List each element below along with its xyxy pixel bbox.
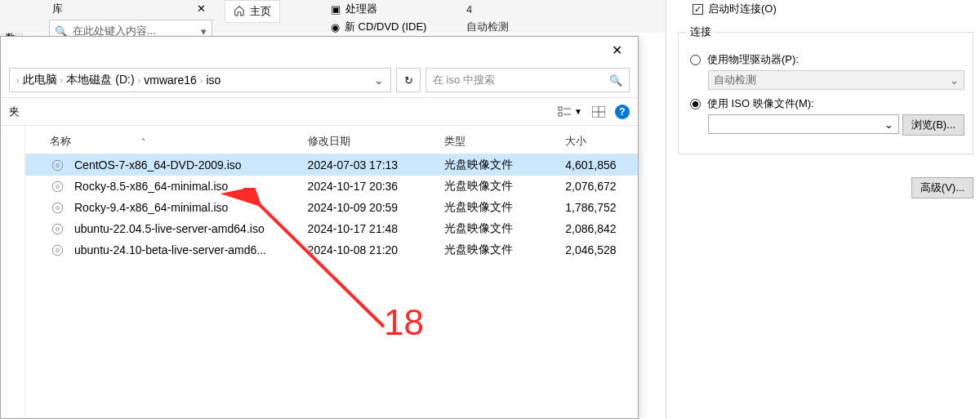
advanced-button[interactable]: 高级(V)... xyxy=(911,177,973,198)
disc-file-icon xyxy=(50,158,65,172)
chevron-right-icon: › xyxy=(16,75,20,85)
svg-point-8 xyxy=(56,163,59,167)
file-date: 2024-10-17 20:36 xyxy=(308,180,445,193)
svg-rect-0 xyxy=(559,107,562,110)
svg-point-7 xyxy=(52,160,63,171)
cd-value: 自动检测 xyxy=(466,20,509,34)
svg-point-9 xyxy=(52,181,63,192)
file-date: 2024-10-09 20:59 xyxy=(308,201,445,214)
browse-button[interactable]: 浏览(B)... xyxy=(902,114,964,136)
disc-icon: ◉ xyxy=(331,21,340,33)
cpu-value: 4 xyxy=(466,3,472,16)
checkbox-icon: ✓ xyxy=(693,4,703,15)
chevron-down-icon: ⌄ xyxy=(950,74,959,87)
crumb-drive[interactable]: 本地磁盘 (D:) xyxy=(66,73,134,87)
cpu-icon: ▣ xyxy=(331,3,341,16)
file-type: 光盘映像文件 xyxy=(444,179,565,194)
cpu-label: 处理器 xyxy=(345,2,377,16)
file-date: 2024-10-17 21:48 xyxy=(308,222,445,235)
file-size: 2,086,842 xyxy=(565,222,638,235)
home-tab[interactable]: 主页 xyxy=(225,0,280,23)
close-button[interactable]: ✕ xyxy=(604,37,630,63)
grid-icon xyxy=(592,106,605,118)
physical-drive-combo: 自动检测 ⌄ xyxy=(708,70,964,90)
dialog-titlebar: ✕ xyxy=(1,37,638,63)
library-close-icon[interactable]: ✕ xyxy=(194,2,209,16)
svg-point-12 xyxy=(56,206,59,209)
preview-pane-button[interactable] xyxy=(592,106,605,118)
dialog-search-input[interactable]: 在 iso 中搜索 🔍 xyxy=(425,68,630,92)
list-header[interactable]: 名称˄ 修改日期 类型 大小 xyxy=(25,129,638,154)
chevron-right-icon: › xyxy=(138,75,141,85)
file-name: Rocky-9.4-x86_64-minimal.iso xyxy=(74,201,228,214)
file-row[interactable]: ubuntu-24.10-beta-live-server-amd6...202… xyxy=(25,239,638,261)
cd-dvd-settings-pane: ✓ 启动时连接(O) 连接 使用物理驱动器(P): 自动检测 ⌄ 使用 ISO … xyxy=(666,0,980,419)
use-physical-label: 使用物理驱动器(P): xyxy=(707,52,799,67)
file-date: 2024-07-03 17:13 xyxy=(308,158,445,172)
file-name: ubuntu-22.04.5-live-server-amd64.iso xyxy=(74,222,265,235)
svg-point-14 xyxy=(56,227,59,230)
disc-file-icon xyxy=(50,179,65,194)
file-type: 光盘映像文件 xyxy=(444,158,565,172)
col-date-header[interactable]: 修改日期 xyxy=(308,134,445,149)
iso-path-combo[interactable]: ⌄ xyxy=(708,114,899,134)
file-name: CentOS-7-x86_64-DVD-2009.iso xyxy=(74,158,242,172)
svg-point-10 xyxy=(56,185,59,188)
physical-drive-value: 自动检测 xyxy=(714,73,756,87)
disc-file-icon xyxy=(50,221,65,236)
file-row[interactable]: Rocky-8.5-x86_64-minimal.iso2024-10-17 2… xyxy=(25,176,638,197)
breadcrumb[interactable]: › 此电脑 › 本地磁盘 (D:) › vmware16 › iso ⌄ xyxy=(9,68,391,92)
view-options-button[interactable]: ▼ xyxy=(558,106,582,118)
use-iso-radio[interactable]: 使用 ISO 映像文件(M): xyxy=(690,96,964,111)
home-tab-label: 主页 xyxy=(250,4,271,19)
col-size-header[interactable]: 大小 xyxy=(565,134,638,149)
connection-group: 连接 使用物理驱动器(P): 自动检测 ⌄ 使用 ISO 映像文件(M): ⌄ … xyxy=(678,25,973,154)
search-placeholder: 在 iso 中搜索 xyxy=(433,73,495,87)
use-iso-label: 使用 ISO 映像文件(M): xyxy=(707,96,814,111)
radio-icon xyxy=(690,99,701,109)
sort-asc-icon: ˄ xyxy=(141,137,145,146)
chevron-down-icon: ⌄ xyxy=(884,118,893,131)
library-title: 库 xyxy=(52,2,63,16)
crumb-pc[interactable]: 此电脑 xyxy=(23,73,57,87)
svg-point-15 xyxy=(52,245,63,256)
file-size: 2,076,672 xyxy=(565,180,638,193)
hardware-summary: ▣处理器 4 ◉新 CD/DVD (IDE) 自动检测 xyxy=(331,0,509,34)
close-icon: ✕ xyxy=(612,42,622,58)
refresh-button[interactable]: ↻ xyxy=(396,68,421,92)
cd-label: 新 CD/DVD (IDE) xyxy=(345,20,426,34)
svg-point-13 xyxy=(52,224,63,234)
refresh-icon: ↻ xyxy=(404,74,413,87)
list-view-icon xyxy=(558,106,572,118)
search-icon: 🔍 xyxy=(609,74,622,87)
file-open-dialog: ✕ › 此电脑 › 本地磁盘 (D:) › vmware16 › iso ⌄ ↻… xyxy=(0,36,639,419)
file-type: 光盘映像文件 xyxy=(444,200,565,215)
dialog-toolbar: 夹 ▼ ? xyxy=(1,98,638,126)
help-button[interactable]: ? xyxy=(615,105,630,119)
col-type-header[interactable]: 类型 xyxy=(444,134,565,149)
chevron-right-icon: › xyxy=(60,75,64,85)
use-physical-radio[interactable]: 使用物理驱动器(P): xyxy=(690,52,964,67)
home-icon xyxy=(234,5,245,19)
file-size: 2,046,528 xyxy=(565,243,638,256)
file-row[interactable]: CentOS-7-x86_64-DVD-2009.iso2024-07-03 1… xyxy=(25,154,638,176)
connect-label: 启动时连接(O) xyxy=(708,2,777,16)
file-row[interactable]: Rocky-9.4-x86_64-minimal.iso2024-10-09 2… xyxy=(25,197,638,218)
file-list: 名称˄ 修改日期 类型 大小 CentOS-7-x86_64-DVD-2009.… xyxy=(25,126,638,418)
connection-legend: 连接 xyxy=(687,25,715,39)
chevron-down-icon[interactable]: ⌄ xyxy=(371,74,387,87)
crumb-folder-1[interactable]: vmware16 xyxy=(144,74,197,87)
file-name: ubuntu-24.10-beta-live-server-amd6... xyxy=(74,243,266,256)
nav-tree[interactable] xyxy=(1,126,25,418)
svg-point-16 xyxy=(56,248,59,252)
svg-rect-1 xyxy=(559,113,562,116)
crumb-folder-2[interactable]: iso xyxy=(207,74,221,87)
svg-point-11 xyxy=(52,203,63,213)
file-size: 1,786,752 xyxy=(565,201,638,214)
organize-label[interactable]: 夹 xyxy=(9,105,20,119)
connect-at-power-on-checkbox[interactable]: ✓ 启动时连接(O) xyxy=(678,2,973,16)
col-name-header[interactable]: 名称 xyxy=(50,134,71,149)
file-size: 4,601,856 xyxy=(565,158,638,172)
file-type: 光盘映像文件 xyxy=(444,221,565,236)
file-row[interactable]: ubuntu-22.04.5-live-server-amd64.iso2024… xyxy=(25,218,638,239)
